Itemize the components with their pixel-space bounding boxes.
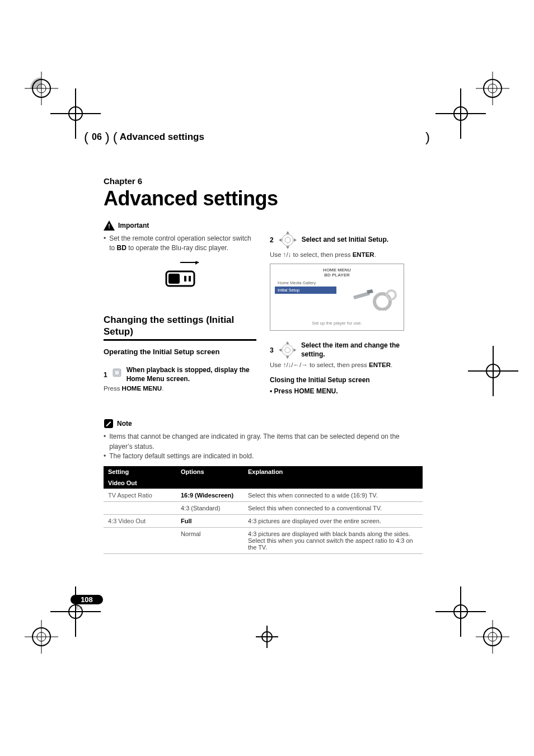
dpad-icon xyxy=(278,231,297,250)
osd-title: HOME MENU xyxy=(270,267,404,273)
step-number: 3 xyxy=(270,346,274,354)
chapter-number: 06 xyxy=(92,132,102,142)
important-callout: ! Important xyxy=(104,220,256,231)
important-label: Important xyxy=(118,222,149,229)
note-icon xyxy=(104,419,114,429)
page-lang: En xyxy=(76,605,103,611)
note-block: Note • Items that cannot be changed are … xyxy=(104,419,423,553)
table-row: Normal 4:3 pictures are displayed with b… xyxy=(104,527,423,553)
svg-marker-53 xyxy=(285,341,289,344)
svg-marker-47 xyxy=(279,238,282,242)
note-label: Note xyxy=(117,420,132,428)
osd-subtitle: BD PLAYER xyxy=(270,273,404,278)
svg-point-44 xyxy=(285,237,291,243)
table-row: TV Aspect Ratio 16:9 (Widescreen) Select… xyxy=(104,489,423,501)
step-2: 2 Select and set Initial Setup. xyxy=(270,231,423,250)
svg-marker-46 xyxy=(286,246,289,249)
svg-point-52 xyxy=(284,348,290,353)
paren-right-icon: ) xyxy=(105,129,110,145)
registration-cross-icon xyxy=(468,346,518,396)
table-head-setting: Setting xyxy=(104,466,176,477)
arrow-keys-icon: ↑/↓ xyxy=(283,251,292,258)
svg-marker-48 xyxy=(294,238,297,242)
closing-heading: Closing the Initial Setup screen xyxy=(270,376,423,384)
registration-cross-icon xyxy=(50,586,101,637)
section-heading: Changing the settings (Initial Setup) xyxy=(104,314,256,338)
important-icon: ! xyxy=(104,220,115,231)
osd-artwork xyxy=(341,279,399,311)
svg-rect-42 xyxy=(115,370,119,375)
page-number: 108 xyxy=(71,595,103,604)
svg-marker-55 xyxy=(279,349,282,352)
section-rule xyxy=(104,339,256,341)
osd-menu: Home Media Gallery Initial Setup xyxy=(275,279,336,294)
osd-menu-item-selected: Initial Setup xyxy=(275,287,336,294)
table-head-explanation: Explanation xyxy=(243,466,423,477)
note-line: • Items that cannot be changed are indic… xyxy=(104,432,423,452)
left-column: ! Important • Set the remote control ope… xyxy=(104,220,256,396)
svg-rect-38 xyxy=(168,274,180,284)
step-1: 1 When playback is stopped, display the … xyxy=(104,366,256,383)
step-description: Use ↑/↓ to select, then press ENTER. xyxy=(270,251,423,258)
table-head-options: Options xyxy=(176,466,243,477)
svg-point-51 xyxy=(282,345,293,356)
dpad-icon xyxy=(278,341,297,360)
right-column: 2 Select and set Initial Setup. Use ↑/↓ … xyxy=(270,220,423,396)
chapter-label: Chapter 6 xyxy=(104,176,423,186)
important-text: • Set the remote control operation selec… xyxy=(104,234,256,253)
note-line: • The factory default settings are indic… xyxy=(104,452,423,461)
step-description: Use ↑/↓/←/→ to select, then press ENTER. xyxy=(270,361,423,368)
svg-text:!: ! xyxy=(108,223,110,229)
step-number: 1 xyxy=(104,371,107,379)
paren-left-icon: ( xyxy=(84,129,88,145)
page-header: ( 06 ) ( Advanced settings ) xyxy=(84,129,431,145)
table-row: 4:3 Video Out Full 4:3 pictures are disp… xyxy=(104,514,423,527)
settings-table: Setting Options Explanation Video Out TV… xyxy=(104,466,423,554)
remote-switch-figure xyxy=(155,261,205,295)
step-3: 3 Select the item and change the setting… xyxy=(270,341,423,360)
step-number: 2 xyxy=(270,236,274,244)
svg-marker-45 xyxy=(286,231,289,234)
closing-bullet: Press HOME MENU. xyxy=(270,387,423,395)
remote-button-icon xyxy=(112,368,122,382)
step-label: Select and set Initial Setup. xyxy=(302,236,388,245)
page-number-badge: 108 En xyxy=(71,595,103,611)
content-area: Chapter 6 Advanced settings ! Important … xyxy=(104,176,423,554)
svg-marker-54 xyxy=(285,356,289,359)
paren-left-icon: ( xyxy=(113,129,118,145)
registration-cross-icon xyxy=(435,586,486,637)
svg-marker-56 xyxy=(293,349,296,352)
chapter-title: Advanced settings xyxy=(120,132,204,143)
registration-cross-icon xyxy=(256,626,278,648)
osd-menu-item: Home Media Gallery xyxy=(275,279,336,287)
page-title: Advanced settings xyxy=(104,187,423,210)
osd-caption: Set up the player for use. xyxy=(270,321,404,326)
section-subheading: Operating the Initial Setup screen xyxy=(104,348,256,356)
step-label: Select the item and change the setting. xyxy=(301,341,423,359)
arrow-keys-icon: ↑/↓/←/→ xyxy=(283,361,308,368)
svg-rect-40 xyxy=(189,276,191,281)
svg-point-43 xyxy=(282,234,293,246)
table-row: 4:3 (Standard) Select this when connecte… xyxy=(104,501,423,514)
table-section: Video Out xyxy=(104,477,423,489)
registration-cross-icon xyxy=(435,88,486,139)
step-label: When playback is stopped, display the Ho… xyxy=(127,366,256,383)
svg-rect-39 xyxy=(184,276,186,281)
step-description: Press HOME MENU. xyxy=(104,385,256,392)
home-menu-figure: HOME MENU BD PLAYER Home Media Gallery I… xyxy=(270,264,404,331)
paren-right-icon: ) xyxy=(425,129,431,145)
